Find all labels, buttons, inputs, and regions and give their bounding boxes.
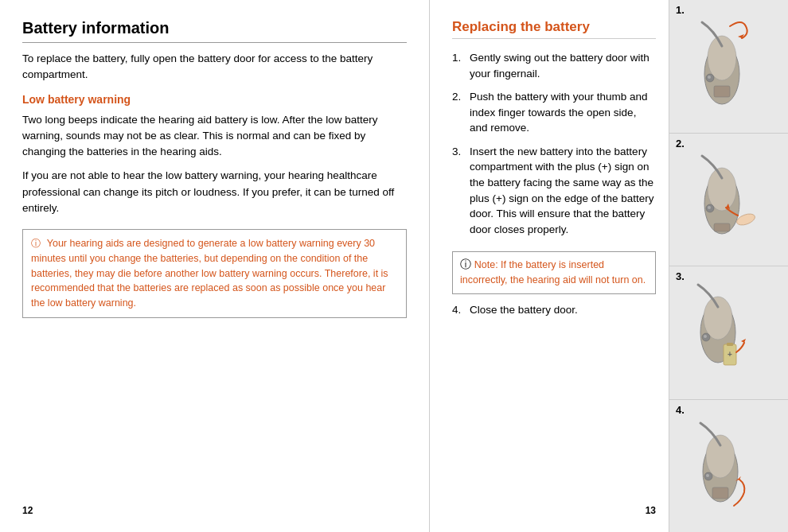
svg-rect-18 [727, 343, 733, 346]
step-1-text: Gently swing out the battery door with y… [470, 50, 656, 81]
svg-point-22 [706, 435, 735, 478]
step-3-num: 3. [452, 144, 466, 237]
svg-point-24 [706, 474, 709, 477]
image-cell-4: 4. [669, 400, 788, 533]
image-label-3: 3. [676, 270, 685, 282]
svg-marker-20 [741, 339, 746, 343]
hearing-aid-image-4 [674, 414, 770, 518]
svg-point-9 [708, 206, 711, 209]
note-box-text: Your hearing aids are designed to genera… [31, 238, 388, 309]
svg-rect-25 [712, 487, 728, 499]
step-3-text: Insert the new battery into the battery … [470, 144, 656, 237]
note-box: ⓘ Your hearing aids are designed to gene… [22, 229, 407, 318]
step-4-list: 4. Close the battery door. [452, 302, 656, 326]
step-note: ⓘ Note: If the battery is inserted incor… [452, 251, 656, 294]
svg-point-7 [708, 168, 736, 211]
step-2: 2. Push the battery with your thumb and … [452, 89, 656, 136]
hearing-aid-image-3: + [674, 281, 770, 384]
svg-rect-10 [714, 223, 730, 231]
step-4-text: Close the battery door. [470, 302, 578, 318]
image-label-1: 1. [676, 4, 685, 16]
step-1-num: 1. [452, 50, 466, 81]
image-cell-2: 2. [669, 134, 788, 267]
right-column: Replacing the battery 1. Gently swing ou… [430, 0, 788, 532]
left-column: Battery information To replace the batte… [0, 0, 430, 532]
note-icon: ⓘ [31, 238, 41, 249]
svg-text:+: + [728, 350, 732, 359]
image-label-4: 4. [676, 404, 685, 416]
images-panel: 1. 2. [669, 0, 788, 532]
step-note-text: Note: If the battery is inserted incorre… [460, 259, 646, 285]
step-4-num: 4. [452, 302, 466, 318]
svg-point-1 [708, 36, 736, 80]
steps-list: 1. Gently swing out the battery door wit… [452, 50, 656, 245]
divider [22, 42, 407, 43]
low-battery-heading: Low battery warning [22, 93, 407, 106]
page-title: Battery information [22, 19, 407, 37]
svg-point-3 [708, 76, 711, 79]
image-cell-3: 3. + [669, 266, 788, 400]
intro-text: To replace the battery, fully open the b… [22, 51, 407, 83]
step-2-text: Push the battery with your thumb and ind… [470, 89, 656, 136]
replacing-battery-heading: Replacing the battery [452, 19, 656, 39]
low-battery-p1: Two long beeps indicate the hearing aid … [22, 112, 407, 161]
svg-rect-4 [714, 86, 730, 97]
step-3: 3. Insert the new battery into the batte… [452, 144, 656, 237]
hearing-aid-image-1 [674, 14, 770, 118]
right-content: Replacing the battery 1. Gently swing ou… [430, 0, 669, 532]
step-note-icon: ⓘ [460, 258, 471, 270]
page-number-right: 13 [452, 505, 656, 516]
low-battery-p2: If you are not able to hear the low batt… [22, 168, 407, 216]
page-number-left: 12 [22, 505, 407, 516]
step-2-num: 2. [452, 89, 466, 136]
step-4: 4. Close the battery door. [452, 302, 656, 318]
svg-point-16 [704, 335, 707, 338]
step-1: 1. Gently swing out the battery door wit… [452, 50, 656, 81]
svg-point-14 [704, 297, 732, 340]
image-label-2: 2. [676, 138, 685, 150]
hearing-aid-image-2 [674, 148, 770, 251]
image-cell-1: 1. [669, 0, 788, 134]
